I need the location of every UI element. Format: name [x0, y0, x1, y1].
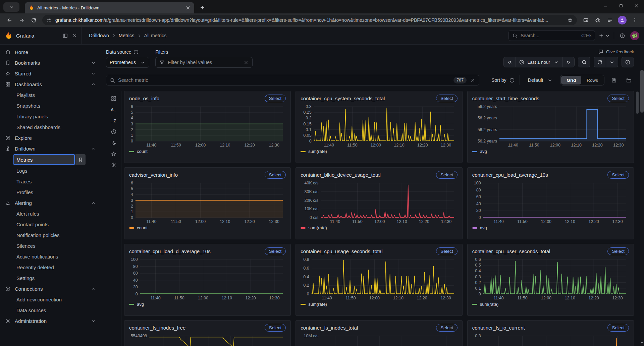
sidebar-item-explore[interactable]: Explore — [0, 132, 101, 143]
browser-tab[interactable]: All metrics - Metrics - Drilldown — [25, 2, 194, 13]
grid-scrollbar[interactable] — [636, 92, 639, 114]
sidebar-item-logs[interactable]: Logs — [0, 165, 101, 176]
clear-search-icon[interactable] — [470, 77, 476, 83]
panel-select-button[interactable]: Select — [265, 95, 286, 102]
metric-search[interactable]: 787 — [106, 75, 479, 85]
sidebar-item-metrics[interactable]: Metrics — [13, 154, 86, 165]
sidebar-item-drilldown[interactable]: Drilldown — [0, 143, 101, 154]
panel-legend[interactable]: avg — [129, 302, 286, 307]
sidebar-item-recently-deleted[interactable]: Recently deleted — [0, 262, 101, 273]
user-avatar[interactable] — [630, 31, 639, 40]
global-search-input[interactable] — [521, 33, 581, 38]
label-filter-field[interactable] — [168, 60, 243, 65]
scroll-down-arrow[interactable]: ▼ — [640, 341, 644, 345]
sidebar-item-alerting[interactable]: Alerting — [0, 197, 101, 208]
panel-select-button[interactable]: Select — [607, 324, 629, 332]
tab-search-button[interactable] — [3, 2, 19, 12]
sidebar-item-notification-policies[interactable]: Notification policies — [0, 230, 101, 240]
sidebar-item-shared-dashboards[interactable]: Shared dashboards — [0, 122, 101, 132]
back-button[interactable] — [4, 15, 15, 25]
open-saved-button[interactable] — [623, 75, 634, 85]
panel-select-button[interactable]: Select — [265, 171, 286, 179]
panel-chart[interactable]: 554049811:4011:5012:0012:1012:2012:30 — [129, 334, 285, 346]
clear-filter-icon[interactable] — [243, 60, 249, 65]
sidebar-item-profiles[interactable]: Profiles — [0, 187, 101, 197]
chevron-up-icon[interactable] — [91, 286, 96, 291]
related-metrics-icon[interactable] — [110, 139, 118, 147]
sidebar-item-snapshots[interactable]: Snapshots — [0, 100, 101, 111]
save-view-button[interactable] — [608, 75, 619, 85]
give-feedback-link[interactable]: Give feedback — [598, 49, 634, 55]
prefix-filter-icon[interactable]: A_ — [110, 106, 118, 113]
suffix-filter-icon[interactable]: _Z — [110, 117, 118, 124]
dock-menu-button[interactable] — [60, 31, 70, 40]
sidebar-item-add-new-connection[interactable]: Add new connection — [0, 294, 101, 305]
sidebar-item-data-sources[interactable]: Data sources — [0, 305, 101, 315]
view-rows-button[interactable]: Rows — [581, 76, 603, 84]
site-settings-icon[interactable] — [46, 17, 52, 23]
panel-select-button[interactable]: Select — [436, 247, 458, 255]
sidebar-item-active-notifications[interactable]: Active notifications — [0, 251, 101, 262]
time-shift-back-button[interactable] — [503, 57, 516, 67]
panel-info-button[interactable] — [622, 57, 634, 67]
sidebar-item-settings[interactable]: Settings — [0, 273, 101, 283]
panel-chart[interactable]: 654321011:4011:5012:0012:1012:2012:30 — [129, 104, 285, 148]
chevron-down-icon[interactable] — [91, 60, 96, 65]
info-icon[interactable] — [509, 77, 515, 83]
label-filter-input[interactable] — [155, 57, 253, 68]
panel-chart[interactable]: 0.60.50.40.30.20.1011:4011:5012:0012:101… — [472, 257, 629, 301]
panel-select-button[interactable]: Select — [607, 171, 629, 179]
recent-metrics-icon[interactable] — [110, 128, 118, 135]
sidebar-item-silences[interactable]: Silences — [0, 240, 101, 251]
settings-icon[interactable] — [110, 161, 118, 169]
global-search[interactable]: ctrl+k — [508, 30, 595, 41]
refresh-button[interactable] — [28, 15, 39, 25]
add-new-button[interactable] — [598, 33, 610, 39]
sidebar-item-contact-points[interactable]: Contact points — [0, 219, 101, 230]
time-shift-forward-button[interactable] — [562, 57, 575, 67]
panel-chart[interactable]: 10080604020011:4011:5012:0012:1012:2012:… — [472, 181, 629, 225]
group-by-icon[interactable] — [110, 95, 118, 102]
panel-legend[interactable]: avg — [472, 149, 629, 154]
grafana-brand[interactable]: Grafana — [5, 32, 34, 40]
panel-legend[interactable]: sum(rate) — [301, 302, 457, 307]
panel-legend[interactable]: sum(rate) — [472, 302, 629, 307]
chevron-up-icon[interactable] — [91, 82, 96, 87]
chevron-up-icon[interactable] — [91, 200, 96, 206]
panel-chart[interactable]: 40K c/s30K c/s20K c/s10K c/s0 c/s11:4011… — [301, 181, 457, 225]
sidebar-item-bookmarks[interactable]: Bookmarks — [0, 57, 101, 68]
panel-chart[interactable]: 654321011:4011:5012:0012:1012:2012:30 — [129, 181, 285, 225]
panel-select-button[interactable]: Select — [607, 95, 629, 102]
panel-select-button[interactable]: Select — [265, 247, 286, 255]
close-menu-button[interactable] — [70, 31, 79, 40]
sidebar-item-traces[interactable]: Traces — [0, 176, 101, 187]
panel-select-button[interactable]: Select — [436, 95, 458, 102]
panel-legend[interactable]: avg — [472, 225, 629, 230]
minimize-button[interactable] — [598, 0, 613, 11]
address-bar[interactable]: grafana.chikhalkar.com/a/grafana-metrics… — [42, 15, 577, 25]
chevron-up-icon[interactable] — [91, 146, 96, 151]
panel-chart[interactable]: 0.80.60.40.2011:4011:5012:0012:1012:2012… — [301, 257, 457, 301]
panel-select-button[interactable]: Select — [436, 171, 458, 179]
extensions-puzzle-icon[interactable] — [592, 15, 603, 25]
time-range-picker[interactable]: Last 1 hour — [516, 57, 562, 67]
panel-legend[interactable]: count — [129, 225, 286, 230]
sidebar-item-alert-rules[interactable]: Alert rules — [0, 208, 101, 219]
new-tab-button[interactable] — [198, 3, 207, 12]
chevron-down-icon[interactable] — [91, 71, 96, 76]
panel-select-button[interactable]: Select — [265, 324, 286, 332]
bookmark-star-icon[interactable] — [567, 17, 573, 23]
browser-menu-icon[interactable] — [629, 15, 640, 25]
page-scrollbar-thumb[interactable] — [640, 70, 644, 113]
view-grid-button[interactable]: Grid — [561, 76, 581, 84]
bookmark-toggle-button[interactable] — [75, 154, 86, 165]
panel-chart[interactable]: 0.311:4011:5012:0012:1012:2012:30 — [472, 334, 629, 346]
panel-legend[interactable]: sum(rate) — [301, 149, 457, 154]
breadcrumb-metrics[interactable]: Metrics — [119, 33, 135, 38]
forward-button[interactable] — [16, 15, 27, 25]
info-icon[interactable] — [133, 49, 139, 55]
datasource-select[interactable]: Prometheus — [106, 57, 149, 68]
panel-select-button[interactable]: Select — [607, 247, 629, 255]
browser-profile-avatar[interactable] — [618, 16, 627, 24]
panel-legend[interactable]: count — [129, 149, 286, 154]
